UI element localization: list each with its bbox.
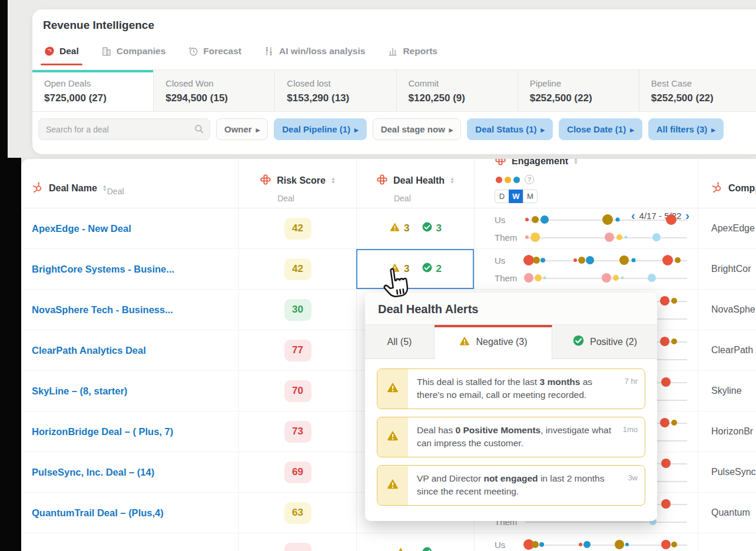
deal-name-link[interactable]: ClearPath Analytics Deal (32, 345, 146, 356)
deal-name-link[interactable]: NovaSphere Tech - Business... (32, 304, 173, 316)
card-commit[interactable]: Commit $120,250 (9) (397, 70, 518, 111)
company-cell: BrightCor (698, 249, 756, 289)
risk-score-cell: 30 (238, 290, 356, 330)
tab-deal[interactable]: Deal (44, 46, 79, 57)
deal-name-cell: SkyLine – (8, starter) (21, 371, 238, 411)
card-pipeline[interactable]: Pipeline $252,500 (22) (518, 70, 639, 111)
column-header-company[interactable]: Comp Deal (698, 159, 756, 208)
deal-name-link[interactable]: PulseSync, Inc. Deal – (14) (32, 467, 154, 478)
risk-score-badge: 73 (284, 421, 311, 443)
card-closed-won[interactable]: Closed Won $294,500 (15) (154, 70, 275, 111)
alert-timestamp: 3w (624, 466, 645, 505)
engagement-dot (652, 233, 661, 241)
risk-score-cell: 69 (238, 452, 356, 492)
engagement-dot (586, 256, 594, 264)
table-row: Us Them (21, 533, 756, 551)
deal-name-link[interactable]: SkyLine – (8, starter) (32, 386, 127, 397)
sort-icon[interactable] (331, 177, 336, 184)
hubspot-sprocket-icon (711, 181, 723, 195)
engagement-dot (530, 233, 540, 242)
table-header: Deal Name Deal Risk Score Deal Deal Heal… (21, 159, 756, 208)
engagement-dot (661, 540, 671, 549)
sort-icon[interactable] (102, 185, 107, 192)
deal-name-cell: ClearPath Analytics Deal (21, 330, 238, 370)
sort-icon[interactable] (573, 159, 578, 165)
filter-chip-owner[interactable]: Owner (216, 118, 268, 140)
alert-card[interactable]: Deal has 0 Positive Moments, investigate… (377, 417, 645, 457)
win-loss-arrows-icon (264, 46, 274, 57)
tab-reports[interactable]: Reports (387, 46, 437, 57)
deal-name-link[interactable]: BrightCore Systems - Busine... (32, 264, 174, 275)
tab-companies[interactable]: Companies (101, 46, 166, 57)
company-name: Skyline (711, 386, 742, 396)
tab-ai-winloss[interactable]: AI win/loss analysis (264, 46, 365, 57)
bar-chart-icon (387, 46, 398, 57)
deal-name-link[interactable]: HorizonBridge Deal – ( Plus, 7) (32, 426, 173, 437)
deal-health-cell[interactable]: 3 2 (356, 249, 474, 289)
tab-forecast[interactable]: Forecast (188, 46, 241, 57)
filter-chip-deal-status[interactable]: Deal Status (1) (467, 118, 553, 140)
check-circle-icon (422, 221, 433, 235)
filter-chip-close-date[interactable]: Close Date (1) (559, 118, 642, 140)
alert-card[interactable]: This deal is stalled for the last 3 mont… (377, 369, 645, 409)
column-header-deal-health[interactable]: Deal Health Deal (356, 159, 474, 208)
sort-icon[interactable] (450, 177, 455, 184)
them-engagement-track (525, 272, 687, 284)
company-name: ApexEdge (711, 223, 755, 234)
engagement-dot (615, 218, 619, 222)
toggle-week[interactable]: W (509, 190, 523, 203)
engagement-dot (602, 273, 611, 283)
card-open-deals[interactable]: Open Deals $725,000 (27) (32, 70, 154, 111)
warning-triangle-icon (386, 381, 399, 396)
engagement-cell[interactable]: Us Them (474, 249, 698, 289)
toggle-month[interactable]: M (523, 190, 538, 203)
column-header-risk-score[interactable]: Risk Score Deal (238, 159, 356, 208)
deal-name-link[interactable]: QuantumTrail Deal – (Plus,4) (32, 507, 164, 519)
engagement-dot (621, 277, 624, 280)
deal-name-cell: NovaSphere Tech - Business... (21, 290, 238, 330)
engagement-dot (541, 258, 545, 263)
engagement-dot (524, 273, 533, 283)
card-best-case[interactable]: Best Case $252,500 (22) (639, 70, 756, 111)
column-header-engagement[interactable]: Engagement D W M 4/17 - 5/ (474, 159, 698, 208)
engagement-dot (675, 257, 681, 263)
pointer-cursor (378, 264, 416, 307)
deal-health-cell[interactable] (356, 533, 474, 551)
chevron-right-icon (449, 124, 453, 134)
engagement-dot (541, 215, 549, 224)
engagement-dot (523, 255, 534, 265)
engagement-cell[interactable]: Us Them (474, 533, 698, 551)
alert-stripe (377, 466, 408, 505)
engagement-dot (624, 236, 627, 239)
alert-timestamp: 7 hr (621, 369, 645, 409)
period-toggle: D W M (495, 190, 689, 203)
company-cell: ClearPath (698, 330, 756, 370)
alert-stripe (377, 417, 408, 457)
engagement-dot (539, 542, 544, 547)
filter-chip-all-filters[interactable]: All filters (3) (648, 118, 724, 140)
alert-card[interactable]: VP and Director not engaged in last 2 mo… (377, 465, 645, 506)
filter-chip-deal-stage[interactable]: Deal stage now (373, 118, 462, 140)
chevron-right-icon (541, 124, 545, 134)
help-icon[interactable] (525, 175, 534, 184)
deal-health-cell[interactable]: 3 3 (356, 208, 474, 248)
column-header-deal-name[interactable]: Deal Name Deal (21, 159, 238, 208)
toggle-day[interactable]: D (495, 190, 509, 203)
risk-score-badge: 63 (284, 502, 311, 524)
engagement-cell[interactable]: Us Them (474, 208, 698, 248)
engagement-dot (671, 420, 677, 426)
risk-score-cell: 42 (238, 208, 356, 248)
card-closed-lost[interactable]: Closed lost $153,290 (13) (275, 70, 396, 111)
popup-tab-positive[interactable]: Positive (2) (552, 325, 657, 359)
engagement-dot (535, 274, 542, 281)
search-input[interactable] (38, 118, 210, 140)
risk-score-cell: 73 (238, 411, 356, 452)
popup-tab-negative[interactable]: Negative (3) (435, 325, 552, 359)
popup-tab-all[interactable]: All (5) (365, 325, 435, 359)
company-cell: HorizonBr (698, 411, 756, 452)
engagement-dot (625, 543, 629, 546)
deal-name-link[interactable]: ApexEdge - New Deal (32, 223, 131, 234)
risk-score-cell: 77 (238, 330, 356, 370)
engagement-dot (616, 234, 622, 240)
filter-chip-deal-pipeline[interactable]: Deal Pipeline (1) (274, 118, 366, 140)
